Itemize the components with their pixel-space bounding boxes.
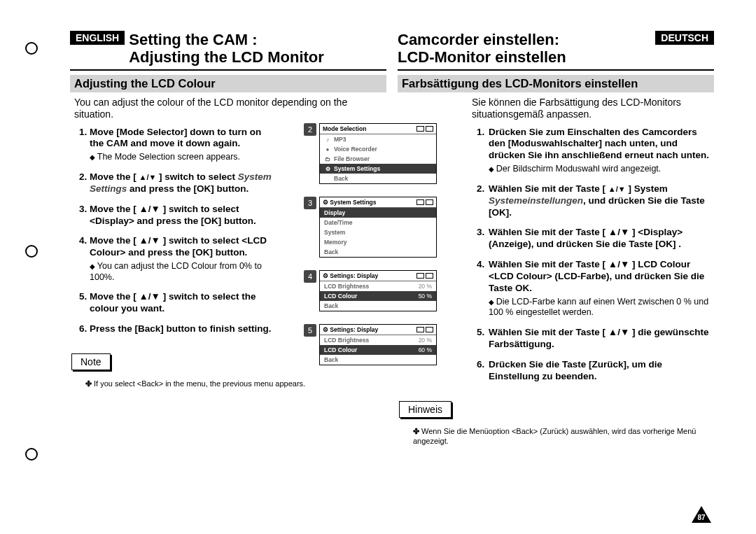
card-icon xyxy=(416,327,424,332)
status-icons xyxy=(416,327,433,332)
status-icons xyxy=(416,273,433,279)
step-3-de: Wählen Sie mit der Taste [ ▲/▼ ] <Displa… xyxy=(487,227,714,251)
step-6-de: Drücken Sie die Taste [Zurück], um die E… xyxy=(487,359,714,383)
screen-title: ⚙ Settings: Display xyxy=(323,272,378,279)
page-title-de: Camcorder einstellen: LCD-Monitor einste… xyxy=(398,31,566,66)
item-label: LCD Brightness xyxy=(324,337,369,344)
lcd-screen: ⚙ Settings: DisplayLCD Brightness20 %LCD… xyxy=(319,270,437,311)
item-label: Memory xyxy=(324,239,347,246)
menu-item: LCD Colour60 % xyxy=(320,345,436,355)
menu-item: ♪MP3 xyxy=(320,134,436,144)
divider xyxy=(70,69,386,71)
item-label: LCD Colour xyxy=(324,346,357,353)
title-row-de: Camcorder einstellen: LCD-Monitor einste… xyxy=(398,31,714,66)
intro-text-en: You can adjust the colour of the LCD mon… xyxy=(74,97,382,121)
step-4: Move the [ ▲/▼ ] switch to select <LCD C… xyxy=(90,235,274,283)
screenshot-number: 3 xyxy=(304,197,316,209)
section-heading-de: Farbsättigung des LCD-Monitors einstelle… xyxy=(398,75,714,92)
screenshot-number: 4 xyxy=(304,270,316,283)
status-icons xyxy=(416,126,433,132)
battery-icon xyxy=(426,199,433,205)
menu-item: LCD Colour50 % xyxy=(320,291,436,301)
intro-text-de: Sie können die Farbsättigung des LCD-Mon… xyxy=(402,97,710,121)
menu-item: Back xyxy=(320,301,436,311)
step-4-de: Wählen Sie mit der Taste [ ▲/▼ ] LCD Col… xyxy=(487,259,714,318)
card-icon xyxy=(416,273,424,279)
menu-item: Back xyxy=(320,174,436,183)
item-label: MP3 xyxy=(334,136,346,143)
menu-item: Back xyxy=(320,355,436,365)
item-icon: ♪ xyxy=(324,136,331,143)
step-3: Move the [ ▲/▼ ] switch to select <Displ… xyxy=(90,204,274,227)
step-5-de: Wählen Sie mit der Taste [ ▲/▼ ] die gew… xyxy=(487,327,714,351)
menu-item: ●Voice Recorder xyxy=(320,144,436,154)
item-label: Back xyxy=(334,175,348,182)
menu-item: Memory xyxy=(320,237,436,247)
binder-hole xyxy=(25,245,38,258)
manual-page: ENGLISH Setting the CAM : Adjusting the … xyxy=(0,0,756,534)
item-icon xyxy=(324,175,331,182)
step-5: Move the [ ▲/▼ ] switch to select the co… xyxy=(90,291,274,315)
page-number-badge: 87 xyxy=(692,506,711,523)
divider xyxy=(398,69,714,71)
lcd-screen: ⚙ Settings: DisplayLCD Brightness20 %LCD… xyxy=(319,324,437,365)
lang-badge-deutsch: DEUTSCH xyxy=(655,31,714,45)
step-1: Move [Mode Selector] down to turn on the… xyxy=(90,127,274,163)
screenshot-4: 4⚙ Settings: DisplayLCD Brightness20 %LC… xyxy=(319,270,437,311)
note-text-de: Wenn Sie die Menüoption <Back> (Zurück) … xyxy=(413,426,714,447)
screen-title: ⚙ Settings: Display xyxy=(323,326,378,333)
screen-title: Mode Selection xyxy=(323,125,366,132)
battery-icon xyxy=(426,273,433,279)
lcd-screen: Mode Selection♪MP3●Voice Recorder🗀File B… xyxy=(319,123,437,184)
item-label: Back xyxy=(324,302,338,309)
item-value: 60 % xyxy=(419,346,432,353)
step-2: Move the [ ▲/▼ ] switch to select System… xyxy=(90,171,274,195)
screenshot-2: 2Mode Selection♪MP3●Voice Recorder🗀File … xyxy=(319,123,437,184)
column-german: Camcorder einstellen: LCD-Monitor einste… xyxy=(392,31,714,446)
menu-item: LCD Brightness20 % xyxy=(320,335,436,345)
binder-hole xyxy=(25,448,38,461)
note-label-de: Hinweis xyxy=(399,401,451,418)
step-2-de: Wählen Sie mit der Taste [ ▲/▼ ] System … xyxy=(487,183,714,219)
title-row-en: ENGLISH Setting the CAM : Adjusting the … xyxy=(70,31,386,66)
item-icon: ● xyxy=(324,146,331,153)
screen-header: ⚙ Settings: Display xyxy=(320,325,436,335)
item-value: 50 % xyxy=(419,293,432,300)
center-screenshots: 2Mode Selection♪MP3●Voice Recorder🗀File … xyxy=(319,123,437,365)
lang-badge-english: ENGLISH xyxy=(70,31,125,45)
section-heading-en: Adjusting the LCD Colour xyxy=(70,75,386,92)
page-title-en: Setting the CAM : Adjusting the LCD Moni… xyxy=(129,31,324,66)
menu-item: 🗀File Browser xyxy=(320,154,436,164)
step-1-de: Drücken Sie zum Einschalten des Camcorde… xyxy=(487,127,714,175)
binder-hole xyxy=(25,42,38,55)
screen-header: ⚙ System Settings xyxy=(320,197,436,208)
item-label: LCD Colour xyxy=(324,293,357,300)
item-label: System xyxy=(324,229,345,236)
screen-title: ⚙ System Settings xyxy=(323,199,377,206)
menu-item: Date/Time xyxy=(320,218,436,227)
status-icons xyxy=(416,199,433,205)
item-icon: 🗀 xyxy=(324,155,331,162)
steps-list-de: Drücken Sie zum Einschalten des Camcorde… xyxy=(417,127,714,383)
item-value: 20 % xyxy=(419,337,432,344)
item-label: Date/Time xyxy=(324,219,352,226)
card-icon xyxy=(416,199,424,205)
item-label: File Browser xyxy=(334,155,370,162)
note-label-en: Note xyxy=(71,353,111,370)
menu-item: Display xyxy=(320,208,436,218)
battery-icon xyxy=(426,327,433,332)
item-label: System Settings xyxy=(334,165,380,172)
screenshot-number: 2 xyxy=(304,123,316,136)
menu-item: Back xyxy=(320,247,436,257)
item-label: Display xyxy=(324,209,345,216)
menu-item: ⚙System Settings xyxy=(320,164,436,174)
screenshot-number: 5 xyxy=(304,324,316,337)
item-label: Back xyxy=(324,248,338,255)
menu-item: LCD Brightness20 % xyxy=(320,281,436,291)
screenshot-3: 3⚙ System SettingsDisplayDate/TimeSystem… xyxy=(319,197,437,258)
note-text-en: If you select <Back> in the menu, the pr… xyxy=(85,379,386,388)
screenshot-5: 5⚙ Settings: DisplayLCD Brightness20 %LC… xyxy=(319,324,437,365)
lcd-screen: ⚙ System SettingsDisplayDate/TimeSystemM… xyxy=(319,197,437,258)
battery-icon xyxy=(426,126,433,132)
item-label: LCD Brightness xyxy=(324,283,369,290)
